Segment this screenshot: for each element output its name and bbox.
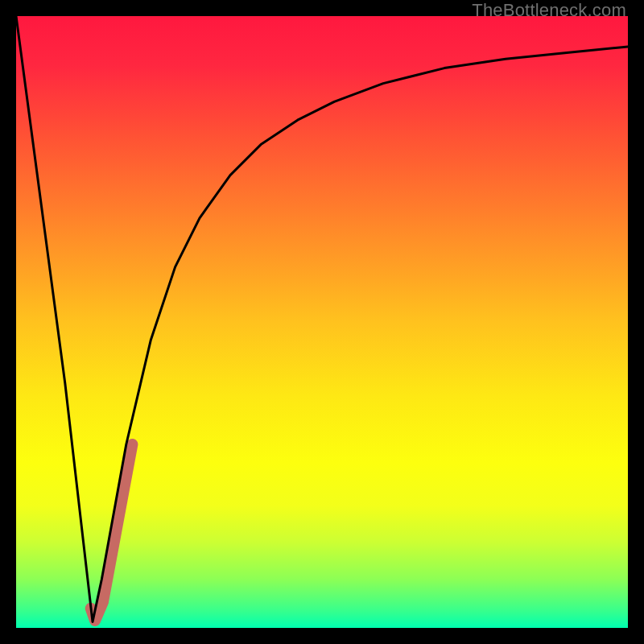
bottleneck-chart — [16, 16, 628, 628]
